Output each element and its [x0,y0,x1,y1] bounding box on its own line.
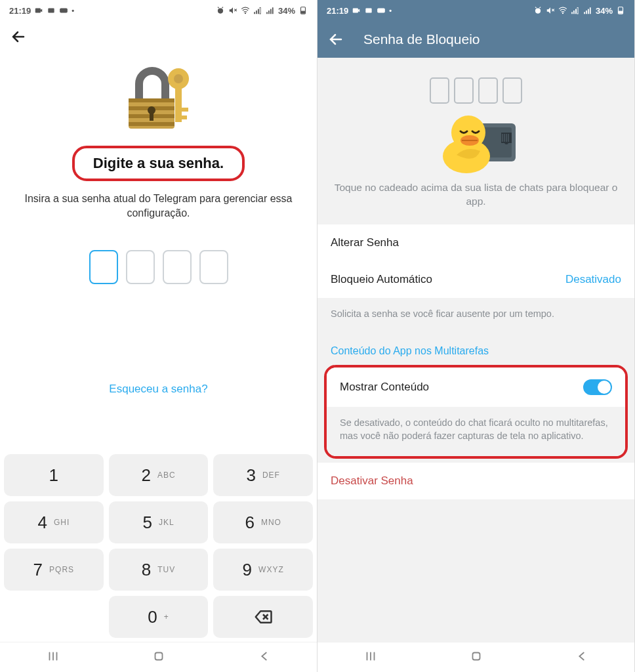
change-password-item[interactable]: Alterar Senha [318,224,634,261]
svg-rect-2 [60,9,68,13]
back-button[interactable] [9,28,28,46]
key-6[interactable]: 6MNO [213,501,313,543]
svg-rect-16 [302,11,305,13]
back-button[interactable] [327,30,345,49]
camera-icon [34,6,43,15]
battery-percent: 34% [596,6,613,16]
show-content-desc: Se desativado, o conteúdo do chat ficará… [327,407,625,456]
numeric-keypad: 1 2ABC 3DEF 4GHI 5JKL 6MNO 7PQRS 8TUV 9W… [0,448,317,642]
svg-rect-10 [260,7,261,14]
battery-icon [298,6,308,15]
alarm-icon [533,6,543,15]
key-5[interactable]: 5JKL [109,501,209,543]
home-button[interactable] [469,649,483,666]
svg-rect-47 [586,10,587,14]
svg-rect-44 [575,9,577,14]
key-1[interactable]: 1 [4,454,104,496]
page-title: Senha de Bloqueio [363,32,480,47]
pin-input[interactable] [89,250,228,284]
pin-digit-1 [89,250,118,284]
show-content-item[interactable]: Mostrar Conteúdo [327,368,625,407]
key-2[interactable]: 2ABC [109,454,209,496]
status-bar: 21:19 • 34% [0,0,317,21]
app-badge-icon [377,6,386,15]
svg-rect-8 [256,10,257,14]
svg-rect-7 [254,12,255,14]
svg-point-6 [245,13,245,14]
svg-rect-11 [266,12,268,14]
key-backspace[interactable] [213,596,313,638]
signal2-icon [583,6,592,15]
disable-password-item[interactable]: Desativar Senha [318,463,634,499]
key-7[interactable]: 7PQRS [4,549,104,591]
duck-safe-icon [430,109,522,175]
alarm-icon [216,6,225,15]
battery-percent: 34% [278,6,295,16]
settings-list-1: Alterar Senha Bloqueio Automático Desati… [318,224,634,298]
phone-passcode-settings: 21:19 • 34% Senha de Bloqueio [318,0,635,672]
svg-rect-46 [584,12,585,14]
passcode-title: Digite a sua senha. [93,155,224,172]
wifi-icon [558,6,567,15]
svg-point-3 [218,9,223,14]
svg-rect-51 [619,11,623,13]
svg-rect-48 [588,9,589,14]
status-time: 21:19 [9,6,31,16]
hero-section: Toque no cadeado acima da sua lista de c… [318,58,634,224]
svg-rect-36 [366,9,372,13]
pin-digit-4 [199,250,228,284]
signal2-icon [266,6,275,15]
hero-pin-boxes [331,77,621,104]
svg-rect-23 [150,112,154,121]
svg-rect-28 [182,116,187,119]
settings-header: Senha de Bloqueio [318,21,634,58]
android-navbar [0,642,317,672]
key-3[interactable]: 3DEF [213,454,313,496]
key-8[interactable]: 8TUV [109,549,209,591]
back-nav-button[interactable] [575,649,589,666]
svg-rect-12 [268,10,270,14]
svg-point-38 [535,9,541,14]
svg-rect-21 [129,122,174,126]
signal-icon [253,6,262,15]
phone-passcode-entry: 21:19 • 34% [0,0,318,672]
show-content-toggle[interactable] [583,379,612,395]
pin-digit-2 [126,250,155,284]
signal-icon [571,6,580,15]
key-0[interactable]: 0+ [109,596,209,638]
highlighted-title: Digite a sua senha. [72,146,245,181]
video-icon [364,6,373,15]
passcode-body: Digite a sua senha. Insira a sua senha a… [0,52,317,396]
svg-rect-18 [129,98,174,102]
settings-body: Toque no cadeado acima da sua lista de c… [318,58,634,642]
svg-rect-1 [49,9,54,13]
svg-rect-9 [258,9,259,14]
forgot-password-link[interactable]: Esqueceu a senha? [109,383,207,396]
app-badge-icon [59,6,68,15]
hero-hint: Toque no cadeado acima da sua lista de c… [331,181,621,209]
svg-rect-45 [577,7,579,14]
svg-rect-67 [472,652,480,660]
svg-rect-37 [377,9,385,13]
key-9[interactable]: 9WXYZ [213,549,313,591]
passcode-subtitle: Insira a sua senha atual do Telegram par… [13,192,304,220]
pin-digit-3 [163,250,192,284]
svg-rect-0 [35,9,41,13]
key-4[interactable]: 4GHI [4,501,104,543]
camera-icon [352,6,361,15]
recents-button[interactable] [46,649,60,666]
svg-rect-42 [571,12,573,14]
auto-lock-item[interactable]: Bloqueio Automático Desativado [318,261,634,298]
auto-lock-desc: Solicita a senha se você ficar ausente p… [318,298,634,333]
back-nav-button[interactable] [257,649,272,666]
recents-button[interactable] [363,649,378,666]
auto-lock-value: Desativado [565,273,621,286]
lock-key-icon [119,58,198,136]
svg-rect-43 [573,10,575,14]
video-icon [47,6,56,15]
header [0,21,317,52]
mute-icon [228,6,237,15]
android-navbar [318,642,634,672]
multitask-section-header: Conteúdo do App nos Multitarefas [318,333,634,362]
home-button[interactable] [152,649,166,666]
